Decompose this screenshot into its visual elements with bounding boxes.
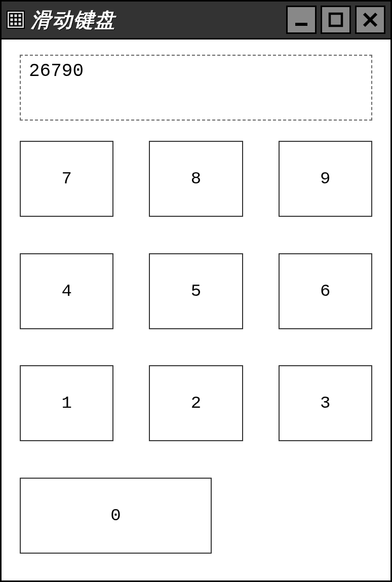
key-6[interactable]: 6 [279,253,372,329]
minimize-icon [292,11,310,29]
maximize-button[interactable] [321,6,351,34]
app-icon [7,11,25,29]
key-3[interactable]: 3 [279,365,372,441]
key-9[interactable]: 9 [279,141,372,217]
key-7[interactable]: 7 [20,141,113,217]
key-5[interactable]: 5 [149,253,243,329]
svg-rect-5 [295,23,307,26]
maximize-icon [327,11,345,29]
keypad: 7 8 9 4 5 6 1 2 3 0 [20,141,372,560]
key-0[interactable]: 0 [20,478,212,554]
key-4[interactable]: 4 [20,253,113,329]
window-controls [286,6,385,34]
minimize-button[interactable] [286,6,317,34]
svg-rect-6 [330,14,342,26]
close-button[interactable] [355,6,385,34]
close-icon [361,11,379,29]
key-1[interactable]: 1 [20,365,113,441]
display-field[interactable]: 26790 [20,55,372,121]
content-area: 26790 7 8 9 4 5 6 1 2 3 0 [0,40,392,582]
window-title: 滑动键盘 [31,6,286,34]
titlebar: 滑动键盘 [0,0,392,40]
key-2[interactable]: 2 [149,365,243,441]
display-value: 26790 [29,61,84,82]
key-8[interactable]: 8 [149,141,243,217]
svg-rect-0 [10,14,22,26]
